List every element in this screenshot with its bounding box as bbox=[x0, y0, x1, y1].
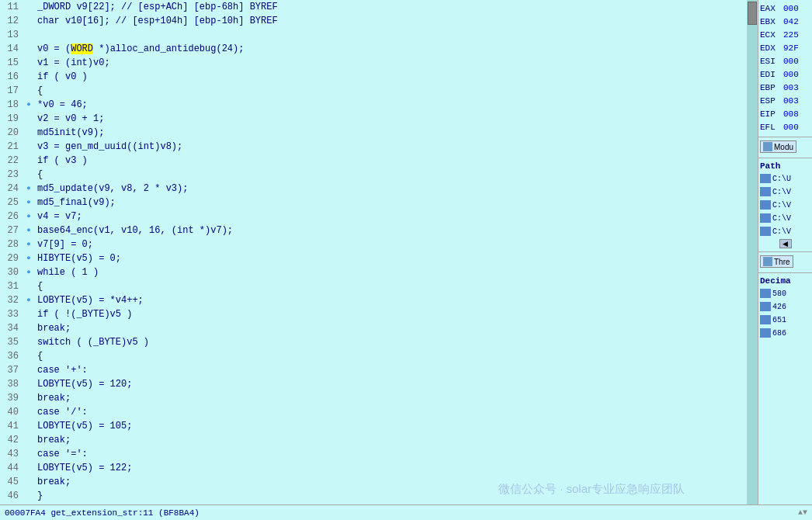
decimal-item[interactable]: 686 bbox=[760, 327, 810, 339]
register-row-edi: EDI000 bbox=[758, 68, 812, 81]
line-number: 23 bbox=[0, 168, 23, 182]
table-row: 35 switch ( (_BYTE)v5 ) bbox=[0, 335, 747, 349]
table-row: 38 LOBYTE(v5) = 120; bbox=[0, 377, 747, 391]
line-number: 36 bbox=[0, 349, 23, 363]
line-dot bbox=[23, 154, 34, 168]
table-row: 47 *v2++ = v5; bbox=[0, 503, 747, 504]
table-row: 46 } bbox=[0, 489, 747, 503]
reg-value: 000 bbox=[783, 4, 799, 13]
path-title: Path bbox=[760, 161, 810, 171]
decimal-item[interactable]: 426 bbox=[760, 300, 810, 313]
line-number: 40 bbox=[0, 405, 23, 419]
reg-value: 225 bbox=[783, 30, 799, 40]
table-row: 41 LOBYTE(v5) = 105; bbox=[0, 419, 747, 433]
line-code: { bbox=[34, 279, 747, 293]
line-number: 47 bbox=[0, 503, 23, 504]
line-dot bbox=[23, 279, 34, 293]
module-divider bbox=[758, 158, 812, 158]
decimal-item[interactable]: 580 bbox=[760, 287, 810, 300]
reg-value: 92F bbox=[783, 43, 799, 53]
line-number: 39 bbox=[0, 391, 23, 405]
table-row: 30● while ( 1 ) bbox=[0, 265, 747, 279]
reg-name: ESI bbox=[760, 57, 783, 66]
path-item[interactable]: C:\V bbox=[760, 225, 810, 237]
line-code: LOBYTE(v5) = 120; bbox=[34, 377, 747, 391]
reg-name: ECX bbox=[760, 30, 783, 40]
line-code: { bbox=[34, 84, 747, 98]
line-dot bbox=[23, 391, 34, 405]
table-row: 21 v3 = gen_md_uuid((int)v8); bbox=[0, 140, 747, 154]
path-scroll-left[interactable]: ◀ bbox=[779, 239, 792, 248]
table-row: 20 md5init(v9); bbox=[0, 126, 747, 140]
line-dot bbox=[23, 335, 34, 349]
path-item[interactable]: C:\U bbox=[760, 172, 810, 185]
path-icon bbox=[760, 227, 771, 236]
registers-divider bbox=[758, 137, 812, 137]
line-number: 26 bbox=[0, 210, 23, 224]
line-number: 22 bbox=[0, 154, 23, 168]
decimal-item[interactable]: 651 bbox=[760, 314, 810, 326]
line-dot: ● bbox=[23, 182, 34, 196]
line-dot bbox=[23, 447, 34, 461]
line-code: case '+': bbox=[34, 363, 747, 377]
line-code: LOBYTE(v5) = 122; bbox=[34, 461, 747, 475]
line-dot: ● bbox=[23, 98, 34, 112]
line-dot: ● bbox=[23, 293, 34, 307]
code-scroll[interactable]: 11 _DWORD v9[22]; // [esp+ACh] [ebp-68h]… bbox=[0, 0, 747, 504]
decimal-section: Decima 580426651686 bbox=[758, 275, 812, 341]
scrollbar-thumb[interactable] bbox=[748, 2, 757, 25]
path-item[interactable]: C:\V bbox=[760, 185, 810, 198]
line-code: { bbox=[34, 349, 747, 363]
path-text: C:\V bbox=[772, 188, 791, 196]
table-row: 25● md5_final(v9); bbox=[0, 196, 747, 210]
table-row: 22 if ( v3 ) bbox=[0, 154, 747, 168]
table-row: 39 break; bbox=[0, 391, 747, 405]
line-code: md5_update(v9, v8, 2 * v3); bbox=[34, 182, 747, 196]
path-icon bbox=[760, 187, 771, 196]
line-number: 31 bbox=[0, 279, 23, 293]
line-number: 41 bbox=[0, 419, 23, 433]
registers-section: EAX000EBX042ECX225EDX92FESI000EDI000EBP0… bbox=[758, 0, 812, 135]
line-number: 27 bbox=[0, 224, 23, 237]
path-text: C:\V bbox=[772, 201, 791, 210]
line-number: 16 bbox=[0, 70, 23, 84]
line-number: 42 bbox=[0, 433, 23, 447]
line-code: case '/': bbox=[34, 405, 747, 419]
line-code: char v10[16]; // [esp+104h] [ebp-10h] BY… bbox=[34, 14, 747, 28]
scroll-arrows[interactable]: ▲▼ bbox=[798, 508, 807, 517]
thread-button[interactable]: Thre bbox=[760, 255, 793, 268]
table-row: 14 v0 = (WORD *)alloc_and_antidebug(24); bbox=[0, 42, 747, 56]
line-code: v3 = gen_md_uuid((int)v8); bbox=[34, 140, 747, 154]
main-container: 11 _DWORD v9[22]; // [esp+ACh] [ebp-68h]… bbox=[0, 0, 812, 504]
path-item[interactable]: C:\V bbox=[760, 199, 810, 211]
line-number: 13 bbox=[0, 28, 23, 42]
line-dot: ● bbox=[23, 196, 34, 210]
line-code: LOBYTE(v5) = *v4++; bbox=[34, 293, 747, 307]
vertical-scrollbar[interactable] bbox=[747, 0, 758, 504]
path-divider bbox=[758, 251, 812, 252]
table-row: 12 char v10[16]; // [esp+104h] [ebp-10h]… bbox=[0, 14, 747, 28]
line-code: *v2++ = v5; bbox=[34, 503, 747, 504]
module-button[interactable]: Modu bbox=[760, 140, 796, 153]
line-number: 11 bbox=[0, 0, 23, 14]
register-row-edx: EDX92F bbox=[758, 41, 812, 54]
path-icon bbox=[760, 213, 771, 223]
thread-section: Thre bbox=[758, 254, 812, 271]
thread-icon bbox=[763, 257, 772, 266]
reg-value: 003 bbox=[783, 96, 799, 106]
line-code: md5_final(v9); bbox=[34, 196, 747, 210]
line-dot: ● bbox=[23, 237, 34, 251]
line-code: _DWORD v9[22]; // [esp+ACh] [ebp-68h] BY… bbox=[34, 0, 747, 14]
line-number: 37 bbox=[0, 363, 23, 377]
line-dot bbox=[23, 307, 34, 321]
decimal-icon bbox=[760, 302, 771, 311]
line-dot bbox=[23, 419, 34, 433]
line-dot: ● bbox=[23, 210, 34, 224]
table-row: 13 bbox=[0, 28, 747, 42]
line-code: v4 = v7; bbox=[34, 210, 747, 224]
line-number: 12 bbox=[0, 14, 23, 28]
line-code: md5init(v9); bbox=[34, 126, 747, 140]
decimal-icon bbox=[760, 315, 771, 324]
table-row: 29● HIBYTE(v5) = 0; bbox=[0, 251, 747, 265]
path-item[interactable]: C:\V bbox=[760, 212, 810, 224]
